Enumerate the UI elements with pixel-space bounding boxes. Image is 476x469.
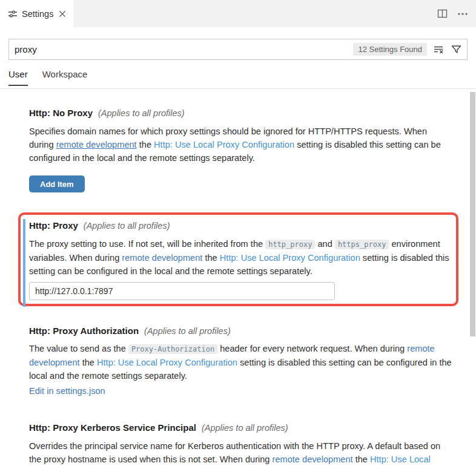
setting-description: Specifies domain names for which proxy s… [29, 125, 453, 165]
setting-description: Overrides the principal service name for… [29, 439, 453, 469]
setting-title: Http: No Proxy [29, 108, 93, 118]
description-text: the [137, 140, 154, 149]
http-proxy-value-input[interactable] [29, 282, 335, 300]
setting-title-row: Http: No Proxy (Applies to all profiles) [29, 108, 185, 118]
scope-tabs: User Workspace [8, 69, 87, 86]
edit-in-settings-json-link[interactable]: Edit in settings.json [29, 386, 105, 396]
description-link[interactable]: remote development [273, 454, 353, 464]
description-text: the [353, 454, 370, 464]
setting-description: The proxy setting to use. If not set, wi… [29, 237, 453, 278]
setting-scope-note: (Applies to all profiles) [202, 423, 288, 433]
settings-sliders-icon [8, 9, 18, 19]
code-span: Proxy-Authorization [128, 344, 217, 354]
vertical-scrollbar-thumb[interactable] [470, 92, 475, 336]
add-item-button[interactable]: Add Item [29, 175, 85, 192]
setting-title-row: Http: Proxy (Applies to all profiles) [29, 220, 170, 231]
description-text: The value to send as the [29, 344, 128, 353]
editor-actions [436, 0, 469, 27]
search-controls: 12 Settings Found [353, 39, 468, 60]
scope-tab-user[interactable]: User [8, 69, 28, 86]
description-text: header for every network request. When d… [217, 344, 407, 353]
code-span: https_proxy [335, 240, 389, 249]
setting-title: Http: Proxy Kerberos Service Principal [29, 422, 196, 433]
setting-title-row: Http: Proxy Kerberos Service Principal (… [29, 422, 288, 433]
scope-tab-workspace[interactable]: Workspace [42, 69, 88, 86]
filter-icon[interactable] [450, 44, 462, 56]
modified-indicator-bar [23, 219, 25, 307]
divider [0, 88, 476, 89]
clear-search-results-icon[interactable] [432, 44, 445, 56]
more-actions-icon[interactable] [457, 8, 469, 20]
description-link[interactable]: Http: Use Local Proxy Configuration [220, 253, 360, 263]
setting-description: The value to send as the Proxy-Authoriza… [29, 342, 453, 382]
setting-title: Http: Proxy Authorization [29, 326, 139, 336]
setting-scope-note: (Applies to all profiles) [98, 108, 185, 118]
tab-settings[interactable]: Settings [0, 0, 73, 27]
description-link[interactable]: remote development [56, 140, 137, 149]
code-span: http_proxy [265, 240, 315, 249]
setting-scope-note: (Applies to all profiles) [144, 326, 231, 336]
setting-title: Http: Proxy [29, 220, 78, 231]
settings-search-input[interactable] [9, 39, 336, 59]
tab-close-icon[interactable] [58, 8, 67, 19]
vscode-settings-editor: Settings 12 Settings Found [0, 0, 476, 469]
tab-title: Settings [22, 9, 53, 19]
setting-title-row: Http: Proxy Authorization (Applies to al… [29, 326, 231, 336]
description-text: the [80, 358, 97, 367]
description-text: and [315, 239, 334, 249]
description-link[interactable]: remote development [122, 253, 202, 263]
setting-scope-note: (Applies to all profiles) [84, 221, 170, 231]
description-text: The proxy setting to use. If not set, wi… [29, 239, 265, 249]
description-link[interactable]: Http: Use Local Proxy Configuration [97, 358, 237, 367]
results-count-badge: 12 Settings Found [353, 43, 427, 56]
split-editor-icon[interactable] [436, 8, 448, 20]
editor-tab-bar: Settings [0, 0, 476, 27]
description-text: the [202, 253, 219, 263]
description-link[interactable]: Http: Use Local Proxy Configuration [154, 140, 294, 149]
